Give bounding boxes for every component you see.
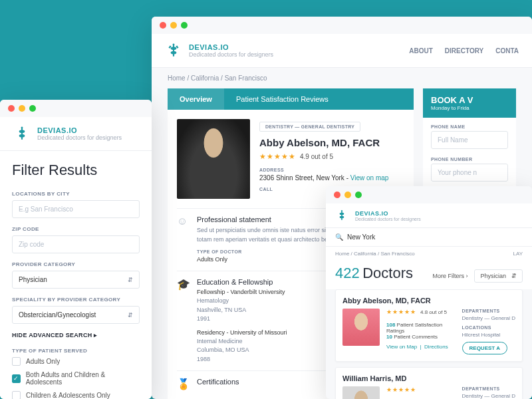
- tabs: Overview Patient Satisfaction Reviews: [168, 88, 414, 110]
- comments-count: 10: [386, 334, 392, 340]
- book-subtitle: Monday to Frida: [431, 105, 508, 111]
- doctor-name: William Harris, MD: [342, 374, 515, 382]
- locations-label: LOCATIONS: [462, 325, 515, 330]
- category-dropdown[interactable]: Physician⇵: [474, 269, 523, 283]
- star-icon: ★★★★★: [386, 309, 416, 315]
- view-on-map-link[interactable]: View on map: [350, 174, 389, 182]
- nav-about[interactable]: ABOUT: [409, 47, 433, 55]
- address-value: 2306 Shinn Street, New York -: [259, 174, 350, 182]
- avatar: [177, 119, 250, 199]
- filter-window: DEVIAS.IO Dedicated doctors for designer…: [0, 100, 152, 399]
- maximize-icon[interactable]: [355, 192, 362, 198]
- phone-name-input[interactable]: [431, 131, 508, 149]
- person-icon: ☺: [177, 215, 189, 264]
- brand-tagline: Dedicated doctors for designers: [189, 51, 273, 58]
- specialty-label: SPECIALITY BY PROVIDER CATEGORY: [12, 297, 140, 303]
- city-input[interactable]: [12, 200, 140, 218]
- result-count: 422: [335, 265, 360, 281]
- minimize-icon[interactable]: [344, 192, 351, 198]
- breadcrumb-city[interactable]: San Francisco: [225, 74, 267, 82]
- listing-window: DEVIAS.IO Dedicated doctors for designer…: [326, 186, 532, 399]
- doctor-name: Abby Abelson, MD, FACR: [259, 137, 404, 148]
- checkbox-label: Both Adults and Children & Adolescents: [26, 371, 140, 386]
- ribbon-icon: 🏅: [177, 378, 189, 390]
- caduceus-icon: [13, 125, 31, 142]
- provider-select[interactable]: Physician⇵: [12, 271, 140, 289]
- locations-value: Hilcrest Hospital: [462, 332, 515, 338]
- patient-type-label: TYPE OF PATIENT SERVED: [12, 348, 140, 354]
- brand-name: DEVIAS.IO: [355, 210, 421, 217]
- doctor-card[interactable]: William Harris, MD ★★★★★ DEPARTMENTS Den…: [335, 367, 523, 399]
- close-icon[interactable]: [8, 105, 15, 112]
- brand-tagline: Dedicated doctors for designers: [37, 134, 122, 141]
- checkbox-both[interactable]: ✓: [12, 374, 21, 383]
- doctor-card[interactable]: Abby Abelson, MD, FACR ★★★★★4.8 out of 5…: [335, 289, 523, 362]
- layout-label: LAY: [513, 251, 523, 257]
- tab-overview[interactable]: Overview: [168, 88, 224, 110]
- chevron-updown-icon: ⇵: [128, 312, 133, 319]
- book-title: BOOK A V: [431, 95, 508, 105]
- rating-text: 4.9 out of 5: [300, 153, 333, 160]
- avatar: [342, 386, 380, 399]
- zip-input[interactable]: [12, 235, 140, 253]
- chevron-updown-icon: ⇵: [128, 277, 133, 283]
- specialty-badge: DENTISTRY — GENERAL DENTISTRY: [259, 122, 360, 132]
- more-filters-link[interactable]: More Filters ›: [432, 273, 467, 279]
- brand-name: DEVIAS.IO: [189, 43, 273, 51]
- phone-name-label: PHONE NAME: [431, 124, 508, 129]
- titlebar: [152, 17, 532, 34]
- filter-title: Filter Results: [12, 162, 140, 179]
- departments-label: DEPARTMENTS: [462, 386, 515, 391]
- search-icon: 🔍: [335, 233, 343, 241]
- doctor-name: Abby Abelson, MD, FACR: [342, 297, 515, 305]
- phone-number-label: PHONE NUMBER: [431, 157, 508, 162]
- header-bar: DEVIAS.IO Dedicated doctors for designer…: [326, 203, 532, 228]
- star-icon: ★★★★★: [259, 152, 296, 161]
- breadcrumb-state[interactable]: California: [191, 74, 219, 82]
- star-icon: ★★★★★: [386, 386, 416, 393]
- result-count-label: Doctors: [362, 265, 413, 281]
- checkbox-label: Adults Only: [26, 358, 60, 365]
- close-icon[interactable]: [334, 192, 340, 198]
- minimize-icon[interactable]: [170, 22, 177, 29]
- chevron-updown-icon: ⇵: [511, 273, 517, 279]
- header-bar: DEVIAS.IO Dedicated doctors for designer…: [152, 34, 532, 68]
- directions-link[interactable]: Directions: [424, 344, 448, 350]
- city-label: LOCATIONS BY CITY: [12, 191, 140, 197]
- address-label: ADDRESS: [259, 168, 404, 172]
- departments-value: Dentistry — General D: [462, 393, 515, 399]
- nav-directory[interactable]: DIRECTORY: [445, 47, 483, 55]
- checkbox-adults-only[interactable]: [12, 357, 21, 366]
- search-bar: 🔍 New York: [326, 228, 532, 247]
- header-bar: DEVIAS.IO Dedicated doctors for designer…: [0, 117, 152, 151]
- maximize-icon[interactable]: [29, 105, 36, 112]
- titlebar: [326, 186, 532, 203]
- nav-contact[interactable]: CONTA: [495, 47, 519, 55]
- hide-advanced-toggle[interactable]: HIDE ADVANCED SEARCH ▸: [12, 332, 140, 338]
- checkbox-label: Children & Adolescents Only: [26, 392, 110, 399]
- breadcrumb: Home / California / San Francisco: [152, 68, 532, 88]
- zip-label: ZIP CODE: [12, 226, 140, 232]
- close-icon[interactable]: [160, 22, 166, 29]
- search-input[interactable]: New York: [347, 233, 375, 241]
- caduceus-icon: [165, 42, 182, 59]
- view-on-map-link[interactable]: View on Map: [386, 344, 417, 350]
- departments-label: DEPARTMENTS: [462, 309, 515, 313]
- request-appointment-button[interactable]: REQUEST A: [462, 342, 507, 354]
- breadcrumb-home[interactable]: Home: [168, 74, 186, 82]
- graduation-cap-icon: 🎓: [177, 278, 189, 364]
- minimize-icon[interactable]: [19, 105, 25, 112]
- breadcrumb: Home / California / San Francisco: [335, 251, 415, 257]
- brand-name: DEVIAS.IO: [37, 126, 122, 134]
- checkbox-children-only[interactable]: [12, 391, 21, 399]
- caduceus-icon: [335, 209, 348, 222]
- titlebar: [0, 100, 152, 117]
- specialty-select[interactable]: Obstercician/Gynecologist⇵: [12, 306, 140, 324]
- brand-tagline: Dedicated doctors for designers: [355, 217, 421, 221]
- ratings-count: 108: [386, 322, 395, 328]
- tab-reviews[interactable]: Patient Satisfaction Reviews: [224, 88, 340, 110]
- phone-number-input[interactable]: [431, 164, 508, 182]
- departments-value: Dentistry — General D: [462, 315, 515, 321]
- provider-label: PROVIDER CATEGORY: [12, 261, 140, 267]
- maximize-icon[interactable]: [181, 22, 188, 29]
